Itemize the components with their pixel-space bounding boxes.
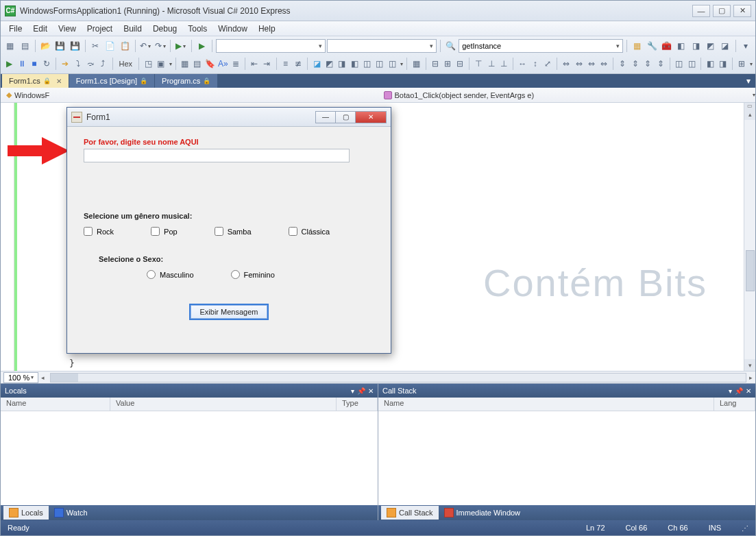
callstack-panel-header[interactable]: Call Stack ▾📌✕ <box>378 384 755 398</box>
redo-icon[interactable]: ↷▾ <box>154 39 167 53</box>
comment-icon[interactable]: ≣ <box>230 57 241 71</box>
menu-build[interactable]: Build <box>118 23 147 35</box>
col-name[interactable]: Name <box>378 398 714 411</box>
comment-out-icon[interactable]: ≡ <box>280 57 291 71</box>
submit-button[interactable]: Exibir Mensagem <box>189 304 269 320</box>
menu-edit[interactable]: Edit <box>27 23 53 35</box>
col-lang[interactable]: Lang <box>714 398 755 411</box>
vspace-rem-icon[interactable]: ⇕ <box>655 57 666 71</box>
radio-masculino[interactable]: Masculino <box>147 270 194 279</box>
close-button[interactable]: ✕ <box>733 5 751 17</box>
toolbox-icon[interactable]: 🧰 <box>660 39 673 53</box>
tab-program-cs[interactable]: Program.cs 🔒 <box>155 74 217 88</box>
align-top-icon[interactable]: ⊤ <box>473 57 484 71</box>
config-combo[interactable]: ▾ <box>216 39 326 53</box>
bookmark-clear-all-icon[interactable]: ◫ <box>387 57 398 71</box>
step-out-icon[interactable]: ⤴ <box>97 57 108 71</box>
form-maximize-button[interactable]: ▢ <box>335 111 356 123</box>
form-minimize-button[interactable]: — <box>315 111 336 123</box>
start-dropdown-icon[interactable]: ▶▾ <box>174 39 187 53</box>
hscroll-thumb[interactable] <box>51 374 78 382</box>
toolbar-options-icon[interactable]: ▾ <box>740 39 753 53</box>
text-editor-dropdown-icon[interactable]: ▾ <box>400 61 403 67</box>
scroll-up-icon[interactable]: ▴ <box>744 108 755 120</box>
solution-explorer-icon[interactable]: ▦ <box>631 39 644 53</box>
same-size-icon[interactable]: ⤢ <box>542 57 553 71</box>
form-titlebar[interactable]: Form1 — ▢ ✕ <box>67 108 391 127</box>
display-word-icon[interactable]: A» <box>217 57 229 71</box>
copy-icon[interactable]: 📄 <box>103 39 117 53</box>
menu-file[interactable]: File <box>3 23 27 35</box>
save-icon[interactable]: 💾 <box>53 39 66 53</box>
display-param-icon[interactable]: ▤ <box>192 57 203 71</box>
tab-callstack[interactable]: Call Stack <box>381 506 439 520</box>
col-type[interactable]: Type <box>337 398 378 411</box>
menu-window[interactable]: Window <box>212 23 253 35</box>
class-selector[interactable]: ◆ WindowsF <box>1 90 378 99</box>
resize-grip-icon[interactable]: ⋰ <box>742 524 748 532</box>
name-input[interactable] <box>84 149 350 162</box>
minimize-button[interactable]: — <box>692 5 710 17</box>
tab-watch[interactable]: Watch <box>49 506 93 520</box>
grid-align-icon[interactable]: ▦ <box>411 57 422 71</box>
cut-icon[interactable]: ✂ <box>89 39 102 53</box>
panel-pin-icon[interactable]: 📌 <box>735 387 743 395</box>
scroll-left-icon[interactable]: ◂ <box>41 374 45 381</box>
align-center-icon[interactable]: ⊞ <box>442 57 453 71</box>
form-close-button[interactable]: ✕ <box>355 111 387 123</box>
maximize-button[interactable]: ▢ <box>713 5 731 17</box>
scroll-thumb[interactable] <box>746 250 755 291</box>
hspace-equal-icon[interactable]: ⇔ <box>561 57 572 71</box>
find-combo[interactable]: getInstance▾ <box>459 39 623 53</box>
same-width-icon[interactable]: ↔ <box>517 57 528 71</box>
extension-manager-icon[interactable]: ◪ <box>718 39 731 53</box>
checkbox-samba[interactable]: Samba <box>215 227 252 236</box>
show-next-statement-icon[interactable]: ➔ <box>60 57 71 71</box>
same-height-icon[interactable]: ↕ <box>530 57 541 71</box>
start-icon[interactable]: ▶ <box>195 39 208 53</box>
step-into-icon[interactable]: ⤵ <box>73 57 84 71</box>
paste-icon[interactable]: 📋 <box>118 39 131 53</box>
platform-combo[interactable]: ▾ <box>327 39 437 53</box>
start-page-icon[interactable]: ◩ <box>704 39 717 53</box>
vspace-inc-icon[interactable]: ⇕ <box>630 57 641 71</box>
bookmark-prev-icon[interactable]: ◩ <box>324 57 334 71</box>
display-quick-icon[interactable]: 🔖 <box>204 57 216 71</box>
checkbox-classica[interactable]: Clássica <box>289 227 330 236</box>
locals-body[interactable] <box>1 411 378 505</box>
restart-icon[interactable]: ↻ <box>41 57 52 71</box>
col-value[interactable]: Value <box>110 398 337 411</box>
find-in-files-icon[interactable]: 🔍 <box>444 39 457 53</box>
properties-icon[interactable]: 🔧 <box>646 39 659 53</box>
radio-feminino[interactable]: Feminino <box>231 270 275 279</box>
panel-close-icon[interactable]: ✕ <box>368 387 374 395</box>
hspace-inc-icon[interactable]: ⇔ <box>573 57 584 71</box>
bring-front-icon[interactable]: ◧ <box>705 57 716 71</box>
save-all-icon[interactable]: 💾 <box>68 39 81 53</box>
locals-panel-header[interactable]: Locals ▾📌✕ <box>1 384 378 398</box>
bookmark-prev-doc-icon[interactable]: ◫ <box>361 57 372 71</box>
align-left-icon[interactable]: ⊟ <box>429 57 440 71</box>
stop-icon[interactable]: ■ <box>29 57 40 71</box>
menu-tools[interactable]: Tools <box>182 23 212 35</box>
center-horiz-icon[interactable]: ◫ <box>674 57 685 71</box>
menu-help[interactable]: Help <box>253 23 281 35</box>
increase-indent-icon[interactable]: ⇥ <box>261 57 272 71</box>
step-over-icon[interactable]: ⤼ <box>85 57 96 71</box>
decrease-indent-icon[interactable]: ⇤ <box>249 57 260 71</box>
layout-dropdown-icon[interactable]: ▾ <box>750 61 753 67</box>
editor-horizontal-scrollbar[interactable] <box>50 373 746 382</box>
align-bottom-icon[interactable]: ⊥ <box>498 57 509 71</box>
callstack-body[interactable] <box>378 411 755 505</box>
display-object-icon[interactable]: ▦ <box>179 57 190 71</box>
object-browser-icon[interactable]: ◨ <box>690 39 703 53</box>
align-mid-icon[interactable]: ⊥ <box>486 57 497 71</box>
bookmark-next-doc-icon[interactable]: ◫ <box>374 57 385 71</box>
panel-close-icon[interactable]: ✕ <box>746 387 751 395</box>
tab-locals[interactable]: Locals <box>3 506 49 520</box>
vspace-equal-icon[interactable]: ⇕ <box>617 57 628 71</box>
undo-icon[interactable]: ↶▾ <box>139 39 152 53</box>
bookmark-toggle-icon[interactable]: ◪ <box>311 57 322 71</box>
tab-close-icon[interactable]: ✕ <box>56 77 62 85</box>
open-icon[interactable]: 📂 <box>39 39 52 53</box>
